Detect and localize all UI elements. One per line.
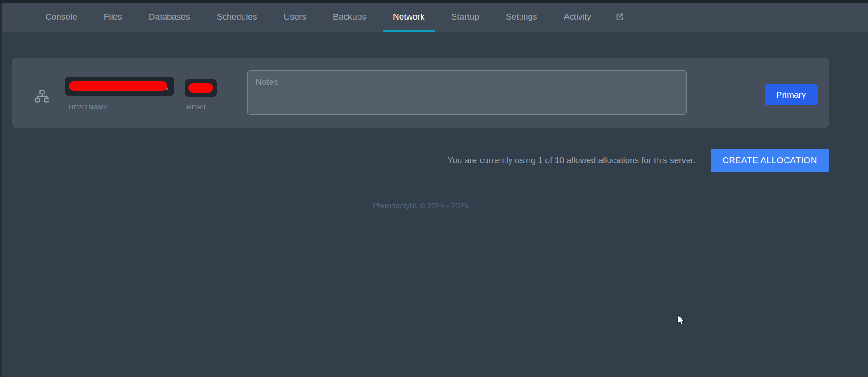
create-allocation-button[interactable]: CREATE ALLOCATION [711, 149, 829, 172]
port-value [185, 79, 217, 97]
external-link-icon[interactable] [608, 3, 632, 32]
hostname-field-group: HOSTNAME [65, 77, 174, 111]
notes-input[interactable] [247, 70, 687, 115]
port-redaction [188, 83, 213, 93]
tab-databases[interactable]: Databases [139, 3, 200, 32]
hostname-redaction-dot [166, 88, 168, 90]
primary-badge-button[interactable]: Primary [765, 84, 818, 105]
nav-tabs: Console Files Databases Schedules Users … [35, 3, 638, 32]
tab-users[interactable]: Users [274, 3, 316, 32]
hostname-value [65, 77, 174, 96]
allocation-usage-text: You are currently using 1 of 10 allowed … [448, 155, 696, 165]
port-label: PORT [187, 103, 217, 111]
copyright-footer: Pterodactyl® © 2015 - 2025 [0, 202, 841, 211]
network-wired-icon [35, 90, 49, 103]
server-tab-bar: Console Files Databases Schedules Users … [2, 3, 868, 32]
tab-backups[interactable]: Backups [323, 3, 376, 32]
tab-files[interactable]: Files [94, 3, 132, 32]
port-field-group: PORT [185, 79, 217, 111]
allocations-summary-row: You are currently using 1 of 10 allowed … [12, 149, 829, 172]
tab-network[interactable]: Network [383, 3, 435, 32]
tab-schedules[interactable]: Schedules [207, 3, 267, 32]
hostname-label: HOSTNAME [69, 103, 174, 111]
tab-startup[interactable]: Startup [441, 3, 489, 32]
tab-console[interactable]: Console [35, 3, 87, 32]
tab-activity[interactable]: Activity [554, 3, 601, 32]
window-left-edge [0, 3, 2, 377]
hostname-redaction [69, 81, 167, 91]
allocation-row-card: HOSTNAME PORT Primary [12, 58, 829, 128]
tab-settings[interactable]: Settings [496, 3, 547, 32]
mouse-cursor [677, 314, 686, 327]
